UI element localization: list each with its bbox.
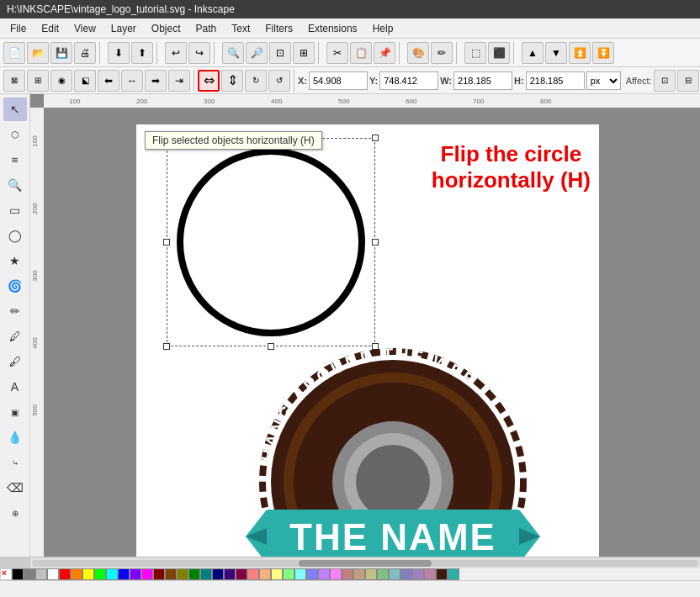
- select-tool[interactable]: ↖: [3, 98, 27, 121]
- menu-file[interactable]: File: [3, 21, 33, 36]
- palette-color[interactable]: [59, 568, 71, 580]
- rect-tool[interactable]: ▭: [3, 198, 27, 222]
- import-btn[interactable]: ⬇: [108, 42, 130, 64]
- undo-btn[interactable]: ↩: [165, 42, 187, 64]
- palette-color[interactable]: [436, 568, 448, 580]
- paste-btn[interactable]: 📌: [374, 42, 395, 64]
- palette-color[interactable]: [12, 568, 24, 580]
- align-center-h-btn[interactable]: ↔: [121, 70, 143, 92]
- w-input[interactable]: [453, 71, 512, 90]
- dropper-tool[interactable]: 💧: [3, 425, 27, 449]
- align-right-btn[interactable]: ➡: [145, 70, 167, 92]
- palette-color[interactable]: [165, 568, 177, 580]
- palette-color[interactable]: [424, 568, 436, 580]
- drawing-canvas[interactable]: Flip selected objects horizontally (H): [44, 108, 700, 557]
- palette-color[interactable]: [94, 568, 106, 580]
- menu-filters[interactable]: Filters: [258, 21, 300, 36]
- star-tool[interactable]: ★: [3, 249, 27, 272]
- flip-vertical-button[interactable]: ⇕: [221, 70, 243, 92]
- handle-mr[interactable]: [372, 239, 379, 246]
- top-btn[interactable]: ⏫: [569, 42, 591, 64]
- snap-node-btn[interactable]: ◉: [50, 70, 72, 92]
- zoom-tool[interactable]: 🔍: [3, 173, 27, 197]
- menu-edit[interactable]: Edit: [34, 21, 66, 36]
- palette-color[interactable]: [400, 568, 412, 580]
- palette-color[interactable]: [24, 568, 35, 580]
- save-btn[interactable]: 💾: [50, 42, 72, 64]
- text-tool[interactable]: A: [3, 375, 27, 399]
- palette-color[interactable]: [71, 568, 82, 580]
- x-input[interactable]: [309, 71, 368, 90]
- y-input[interactable]: [379, 71, 438, 90]
- print-btn[interactable]: 🖨: [74, 42, 96, 64]
- spray-tool[interactable]: ⊕: [3, 501, 27, 525]
- palette-color[interactable]: [212, 568, 224, 580]
- palette-color[interactable]: [318, 568, 330, 580]
- palette-color[interactable]: [330, 568, 342, 580]
- menu-help[interactable]: Help: [366, 21, 400, 36]
- rotate-ccw-btn[interactable]: ↺: [268, 70, 290, 92]
- node-tool[interactable]: ⬡: [3, 123, 27, 146]
- affect-btn1[interactable]: ⊡: [654, 70, 676, 92]
- ungroup-btn[interactable]: ⬛: [488, 42, 510, 64]
- raise-btn[interactable]: ▲: [522, 42, 544, 64]
- palette-color[interactable]: [306, 568, 318, 580]
- palette-color[interactable]: [82, 568, 94, 580]
- menu-extensions[interactable]: Extensions: [301, 21, 364, 36]
- fill-btn[interactable]: 🎨: [407, 42, 429, 64]
- ellipse-tool[interactable]: ◯: [3, 224, 27, 247]
- new-btn[interactable]: 📄: [3, 42, 25, 64]
- align-right2-btn[interactable]: ⇥: [168, 70, 190, 92]
- palette-color[interactable]: [247, 568, 259, 580]
- menu-layer[interactable]: Layer: [104, 21, 143, 36]
- horizontal-scrollbar[interactable]: [30, 557, 700, 568]
- flip-horizontal-button[interactable]: ⇔: [198, 70, 220, 92]
- palette-color[interactable]: [412, 568, 424, 580]
- menu-text[interactable]: Text: [225, 21, 257, 36]
- cut-btn[interactable]: ✂: [326, 42, 348, 64]
- pencil-tool[interactable]: ✏: [3, 299, 27, 323]
- palette-color[interactable]: [106, 568, 118, 580]
- palette-color[interactable]: [188, 568, 200, 580]
- redo-btn[interactable]: ↪: [188, 42, 210, 64]
- zoom-sel-btn[interactable]: ⊞: [293, 42, 315, 64]
- zoom-fit-btn[interactable]: ⊡: [269, 42, 291, 64]
- zoom-out-btn[interactable]: 🔎: [246, 42, 268, 64]
- lower-btn[interactable]: ▼: [545, 42, 567, 64]
- align-left-btn[interactable]: ⬅: [98, 70, 119, 92]
- zoom-in-btn[interactable]: 🔍: [222, 42, 244, 64]
- rotate-cw-btn[interactable]: ↻: [245, 70, 267, 92]
- palette-color[interactable]: [236, 568, 247, 580]
- open-btn[interactable]: 📂: [27, 42, 49, 64]
- menu-object[interactable]: Object: [145, 21, 188, 36]
- copy-btn[interactable]: 📋: [350, 42, 372, 64]
- palette-color[interactable]: [177, 568, 188, 580]
- palette-color[interactable]: [47, 568, 59, 580]
- handle-bl[interactable]: [163, 343, 170, 350]
- canvas-area[interactable]: 100 200 300 400 500 600 700 800 100 200 …: [30, 94, 700, 557]
- palette-color[interactable]: [271, 568, 283, 580]
- export-btn[interactable]: ⬆: [131, 42, 153, 64]
- snap-bbox-btn[interactable]: ⬕: [74, 70, 96, 92]
- group-btn[interactable]: ⬚: [464, 42, 486, 64]
- pen-tool[interactable]: 🖊: [3, 325, 27, 348]
- palette-color[interactable]: [377, 568, 389, 580]
- palette-color[interactable]: [448, 568, 459, 580]
- palette-color[interactable]: [35, 568, 47, 580]
- handle-ml[interactable]: [163, 239, 170, 246]
- color-palette[interactable]: ×: [0, 568, 700, 580]
- palette-color[interactable]: [353, 568, 365, 580]
- spiral-tool[interactable]: 🌀: [3, 274, 27, 298]
- stroke-btn[interactable]: ✏: [431, 42, 453, 64]
- h-input[interactable]: [526, 71, 585, 90]
- bottom-btn[interactable]: ⏬: [592, 42, 614, 64]
- palette-color[interactable]: [118, 568, 130, 580]
- palette-color[interactable]: [294, 568, 306, 580]
- palette-color[interactable]: [389, 568, 400, 580]
- connector-tool[interactable]: ⤷: [3, 451, 27, 474]
- menu-view[interactable]: View: [67, 21, 103, 36]
- palette-color[interactable]: [200, 568, 212, 580]
- callig-tool[interactable]: 🖋: [3, 350, 27, 373]
- snap-grid-btn[interactable]: ⊞: [27, 70, 49, 92]
- palette-color[interactable]: [153, 568, 165, 580]
